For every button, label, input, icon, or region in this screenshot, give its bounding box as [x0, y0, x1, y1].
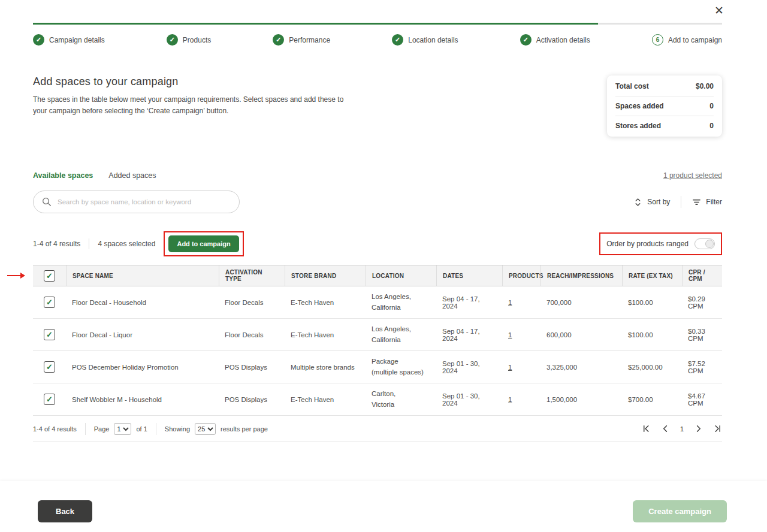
activation-type: POS Displays [219, 396, 285, 403]
step-complete-icon: ✓ [273, 34, 284, 46]
store-brand: Multiple store brands [285, 364, 366, 371]
step-campaign-details[interactable]: ✓ Campaign details [33, 34, 105, 46]
reach-impressions: 1,500,000 [540, 396, 622, 403]
row-checkbox[interactable]: ✓ [44, 361, 55, 373]
spaces-table: ✓ SPACE NAME ACTIVATION TYPE STORE BRAND… [33, 265, 722, 442]
wizard-stepper: ✓ Campaign details ✓ Products ✓ Performa… [33, 34, 722, 46]
step-add-to-campaign[interactable]: 6 Add to campaign [652, 34, 722, 46]
column-header-products[interactable]: PRODUCTS [502, 265, 540, 286]
previous-page-icon[interactable] [661, 424, 670, 433]
add-to-campaign-button[interactable]: Add to campaign [168, 235, 238, 252]
reach-impressions: 3,325,000 [540, 364, 622, 371]
step-complete-icon: ✓ [520, 34, 532, 46]
column-header-location[interactable]: LOCATION [366, 265, 436, 286]
results-per-page-label: results per page [221, 425, 268, 433]
annotation-box-order-toggle: Order by products ranged [599, 232, 722, 255]
summary-spaces-added: Spaces added 0 [615, 96, 714, 116]
spaces-tabs: Available spaces Added spaces [33, 171, 156, 180]
summary-value: $0.00 [696, 82, 714, 90]
products-link[interactable]: 1 [508, 396, 512, 403]
column-header-cpr-cpm[interactable]: CPR / CPM [682, 265, 722, 286]
products-link[interactable]: 1 [508, 331, 512, 338]
products-link[interactable]: 1 [508, 299, 512, 306]
step-label: Campaign details [49, 36, 105, 44]
next-page-icon[interactable] [694, 424, 703, 433]
product-selected-link[interactable]: 1 product selected [663, 171, 722, 180]
location: Los Angeles,California [366, 292, 436, 313]
location: Package(multiple spaces) [366, 356, 436, 377]
step-complete-icon: ✓ [33, 34, 44, 46]
summary-total-cost: Total cost $0.00 [615, 77, 714, 96]
summary-stores-added: Stores added 0 [615, 116, 714, 135]
order-by-products-ranged-label: Order by products ranged [606, 240, 689, 248]
step-products[interactable]: ✓ Products [167, 34, 211, 46]
results-divider [89, 238, 89, 249]
table-row: ✓ Floor Decal - Household Floor Decals E… [33, 286, 722, 319]
page-select[interactable]: 1 [114, 423, 131, 435]
toolbar-divider [681, 196, 681, 208]
page-title: Add spaces to your campaign [33, 75, 348, 88]
products-link[interactable]: 1 [508, 364, 512, 371]
select-all-checkbox[interactable]: ✓ [44, 270, 55, 282]
filter-label: Filter [706, 198, 722, 206]
step-performance[interactable]: ✓ Performance [273, 34, 330, 46]
back-button[interactable]: Back [38, 500, 92, 522]
step-label: Location details [408, 36, 458, 44]
last-page-icon[interactable] [713, 424, 722, 433]
space-name: Floor Decal - Household [66, 299, 219, 306]
column-header-reach-impressions[interactable]: REACH/IMPRESSIONS [540, 265, 622, 286]
sort-by-button[interactable]: Sort by [633, 198, 670, 207]
order-by-products-ranged-toggle[interactable] [694, 238, 715, 249]
step-activation-details[interactable]: ✓ Activation details [520, 34, 590, 46]
spaces-selected-count: 4 spaces selected [98, 240, 155, 248]
summary-value: 0 [709, 122, 714, 130]
step-label: Activation details [536, 36, 590, 44]
page-label: Page [94, 425, 110, 433]
create-campaign-button[interactable]: Create campaign [633, 500, 727, 522]
page-of-label: of 1 [136, 425, 147, 433]
step-location-details[interactable]: ✓ Location details [392, 34, 458, 46]
row-checkbox[interactable]: ✓ [44, 394, 55, 405]
activation-type: POS Displays [219, 364, 285, 371]
sort-by-label: Sort by [647, 198, 670, 206]
cpr-cpm: $4.67 CPM [682, 392, 722, 407]
search-input[interactable] [58, 198, 231, 205]
first-page-icon[interactable] [642, 424, 651, 433]
add-to-campaign-modal: ✕ ✓ Campaign details ✓ Products ✓ Perfor… [0, 0, 767, 532]
activation-type: Floor Decals [219, 331, 285, 338]
dates: Sep 01 - 30, 2024 [436, 392, 502, 407]
activation-type: Floor Decals [219, 299, 285, 306]
current-page-number: 1 [680, 425, 684, 433]
toggle-knob [705, 240, 714, 248]
annotation-arrow-select-all [7, 273, 25, 279]
column-header-store-brand[interactable]: STORE BRAND [285, 265, 366, 286]
filter-icon [692, 198, 701, 207]
showing-label: Showing [165, 425, 190, 433]
close-icon[interactable]: ✕ [714, 5, 724, 16]
column-header-rate-ex-tax[interactable]: RATE (EX TAX) [622, 265, 682, 286]
summary-label: Stores added [615, 122, 661, 130]
results-per-page-select[interactable]: 25 [195, 423, 216, 435]
summary-label: Spaces added [615, 102, 664, 110]
location: Carlton,Victoria [366, 389, 436, 410]
column-header-activation-type[interactable]: ACTIVATION TYPE [219, 265, 285, 286]
column-header-space-name[interactable]: SPACE NAME [66, 265, 219, 286]
rate-ex-tax: $100.00 [622, 299, 682, 306]
results-count: 1-4 of 4 results [33, 240, 80, 248]
filter-button[interactable]: Filter [692, 198, 722, 207]
dates: Sep 04 - 17, 2024 [436, 295, 502, 310]
space-name: POS December Holiday Promotion [66, 364, 219, 371]
table-row: ✓ POS December Holiday Promotion POS Dis… [33, 351, 722, 383]
tab-added-spaces[interactable]: Added spaces [108, 171, 156, 180]
table-row: ✓ Floor Decal - Liquor Floor Decals E-Te… [33, 319, 722, 351]
pagination-results-count: 1-4 of 4 results [33, 425, 77, 433]
annotation-box-add-to-campaign: Add to campaign [164, 231, 243, 256]
column-header-dates[interactable]: DATES [436, 265, 502, 286]
row-checkbox[interactable]: ✓ [44, 297, 55, 308]
cpr-cpm: $0.29 CPM [682, 295, 722, 310]
row-checkbox[interactable]: ✓ [44, 329, 55, 340]
tab-available-spaces[interactable]: Available spaces [33, 171, 93, 180]
step-complete-icon: ✓ [167, 34, 178, 46]
store-brand: E-Tech Haven [285, 331, 366, 338]
page-header: Add spaces to your campaign The spaces i… [33, 75, 348, 116]
